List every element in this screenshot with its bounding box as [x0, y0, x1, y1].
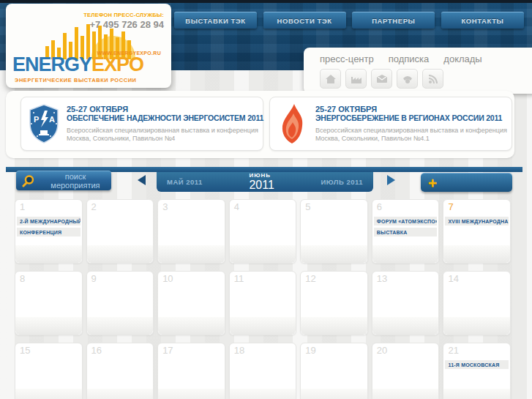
- day-number: 3: [158, 200, 225, 212]
- prev-month-label[interactable]: МАЙ 2011: [167, 178, 203, 186]
- day-cell-footer: [15, 389, 82, 399]
- logo-tagline: ЭНЕРГЕТИЧЕСКИЕ ВЫСТАВКИ РОССИИ: [15, 77, 137, 83]
- day-cell-footer: [230, 317, 296, 335]
- calendar-day-cell[interactable]: 6ФОРУМ «АТОМЭКСПО» –ВЫСТАВКА: [372, 199, 440, 264]
- calendar-grid: 12-Й МЕЖДУНАРОДНЫЙКОНФЕРЕНЦИЯ23456ФОРУМ …: [15, 199, 511, 399]
- day-cell-footer: [158, 389, 225, 399]
- day-number: 10: [158, 272, 225, 284]
- day-number: 17: [158, 343, 225, 356]
- calendar-event[interactable]: ФОРУМ «АТОМЭКСПО» –: [374, 217, 438, 225]
- calendar-day-cell[interactable]: 13: [372, 271, 440, 335]
- svg-text:Р: Р: [34, 115, 39, 124]
- banner-subtitle: Всероссийская специализированная выставк…: [315, 127, 507, 135]
- logo-expo: EXPO: [91, 53, 143, 75]
- nav-exhibitions-button[interactable]: ВЫСТАВКИ ТЭК: [174, 12, 257, 29]
- calendar-day-cell[interactable]: 2111-Я МОСКОВСКАЯ: [443, 343, 511, 399]
- calendar-day-cell[interactable]: 16: [86, 343, 154, 399]
- day-cell-footer: [372, 245, 439, 263]
- day-events: 11-Я МОСКОВСКАЯ: [443, 360, 510, 369]
- calendar-day-cell[interactable]: 5: [300, 199, 368, 264]
- logo-energy: ENERGY: [12, 53, 91, 75]
- day-cell-footer: [230, 389, 296, 399]
- calendar-day-cell[interactable]: 7XVIII МЕЖДУНАРОДНАЯ: [443, 199, 511, 264]
- day-cell-footer: [443, 389, 510, 399]
- day-number: 18: [230, 343, 296, 356]
- day-number: 16: [87, 343, 154, 356]
- phone-icon[interactable]: [397, 69, 418, 89]
- calendar-day-cell[interactable]: 20: [372, 343, 440, 399]
- day-cell-footer: [443, 317, 510, 335]
- day-number: 19: [301, 343, 367, 356]
- logo-card[interactable]: ТЕЛЕФОН ПРЕСС-СЛУЖБЫ: +7 495 726 28 94: [6, 4, 171, 88]
- next-month-label[interactable]: ИЮЛЬ 2011: [321, 178, 363, 186]
- nav-partners-button[interactable]: ПАРТНЕРЫ: [352, 12, 435, 29]
- calendar-day-cell[interactable]: 19: [300, 343, 368, 399]
- calendar-day-cell[interactable]: 14: [443, 271, 511, 335]
- day-events: 2-Й МЕЖДУНАРОДНЫЙКОНФЕРЕНЦИЯ: [15, 217, 82, 236]
- day-cell-footer: [301, 389, 367, 399]
- link-press-center[interactable]: пресс-центр: [320, 53, 374, 64]
- day-cell-footer: [230, 245, 296, 263]
- calendar-day-cell[interactable]: 4: [229, 199, 297, 264]
- calendar-day-cell[interactable]: 12-Й МЕЖДУНАРОДНЫЙКОНФЕРЕНЦИЯ: [15, 199, 83, 264]
- day-cell-footer: [443, 245, 510, 263]
- calendar-event[interactable]: XVIII МЕЖДУНАРОДНАЯ: [445, 217, 509, 225]
- day-number: 14: [443, 272, 510, 284]
- day-number: 9: [87, 272, 154, 284]
- day-cell-footer: [158, 317, 225, 335]
- search-events-button[interactable]: поиск мероприятия: [16, 171, 111, 190]
- day-number: 8: [15, 272, 82, 284]
- day-cell-footer: [15, 245, 82, 263]
- phone-label: ТЕЛЕФОН ПРЕСС-СЛУЖБЫ:: [83, 12, 164, 18]
- current-month: ИЮНЬ 2011: [249, 173, 274, 191]
- banner-dates: 25-27 ОКТЯБРЯ: [315, 105, 507, 113]
- calendar-day-cell[interactable]: 15: [15, 343, 83, 399]
- next-month-arrow[interactable]: [387, 175, 395, 185]
- shield-rza-icon: РА: [21, 104, 67, 143]
- current-month-name: ИЮНЬ: [249, 173, 274, 179]
- calendar-day-cell[interactable]: 17: [157, 343, 225, 399]
- day-number: 1: [15, 200, 82, 212]
- press-card: пресс-центр подписка доклады: [304, 48, 532, 94]
- calendar-day-cell[interactable]: 8: [15, 271, 83, 335]
- calendar-event[interactable]: 11-Я МОСКОВСКАЯ: [445, 360, 509, 369]
- link-reports[interactable]: доклады: [443, 53, 482, 64]
- banner-title: ЭНЕРГОСБЕРЕЖЕНИЕ В РЕГИОНАХ РОССИИ 2011: [315, 113, 507, 122]
- calendar-event[interactable]: ВЫСТАВКА: [374, 228, 438, 236]
- press-icons: [304, 64, 532, 89]
- nav-news-button[interactable]: НОВОСТИ ТЭК: [263, 12, 346, 29]
- home-icon[interactable]: [320, 69, 341, 89]
- day-number: 7: [443, 200, 510, 212]
- calendar-day-cell[interactable]: 10: [157, 271, 225, 335]
- calendar-day-cell[interactable]: 2: [86, 199, 154, 264]
- banner-text: 25-27 ОКТЯБРЯ ЭНЕРГОСБЕРЕЖЕНИЕ В РЕГИОНА…: [315, 105, 512, 143]
- prev-month-arrow[interactable]: [138, 175, 146, 185]
- banner-location: Москва, Сокольники, Павильон №4.1: [315, 135, 507, 143]
- day-number: 2: [87, 200, 154, 212]
- banner-text: 25-27 ОКТЯБРЯ ОБЕСПЕЧЕНИЕ НАДЕЖНОСТИ ЭНЕ…: [67, 105, 263, 143]
- main-nav: ВЫСТАВКИ ТЭК НОВОСТИ ТЭК ПАРТНЕРЫ КОНТАК…: [174, 12, 524, 29]
- banner-energosistem[interactable]: РА 25-27 ОКТЯБРЯ ОБЕСПЕЧЕНИЕ НАДЕЖНОСТИ …: [20, 97, 263, 151]
- calendar-event[interactable]: КОНФЕРЕНЦИЯ: [17, 228, 80, 236]
- mail-icon[interactable]: [371, 69, 392, 89]
- banner-subtitle: Всероссийская специализированная выставк…: [67, 127, 258, 135]
- day-cell-footer: [87, 245, 154, 263]
- month-bar: МАЙ 2011 ИЮНЬ 2011 ИЮЛЬ 2011: [157, 172, 373, 192]
- rss-icon[interactable]: [422, 69, 443, 89]
- add-event-button[interactable]: +: [421, 173, 512, 192]
- link-subscription[interactable]: подписка: [389, 53, 430, 64]
- calendar-day-cell[interactable]: 9: [86, 271, 154, 335]
- day-cell-footer: [372, 317, 439, 335]
- calendar-event[interactable]: 2-Й МЕЖДУНАРОДНЫЙ: [17, 217, 80, 225]
- calendar-day-cell[interactable]: 12: [300, 271, 368, 335]
- calendar-day-cell[interactable]: 3: [157, 199, 225, 264]
- calendar-day-cell[interactable]: 18: [229, 343, 297, 399]
- calendar-day-cell[interactable]: 11: [229, 271, 297, 335]
- day-number: 21: [443, 343, 510, 356]
- banner-energosberezhenie[interactable]: 25-27 ОКТЯБРЯ ЭНЕРГОСБЕРЕЖЕНИЕ В РЕГИОНА…: [269, 97, 512, 151]
- day-cell-footer: [87, 389, 154, 399]
- nav-contacts-button[interactable]: КОНТАКТЫ: [441, 12, 524, 29]
- factory-icon[interactable]: [345, 69, 367, 89]
- day-cell-footer: [301, 245, 367, 263]
- day-events: ФОРУМ «АТОМЭКСПО» –ВЫСТАВКА: [372, 217, 439, 236]
